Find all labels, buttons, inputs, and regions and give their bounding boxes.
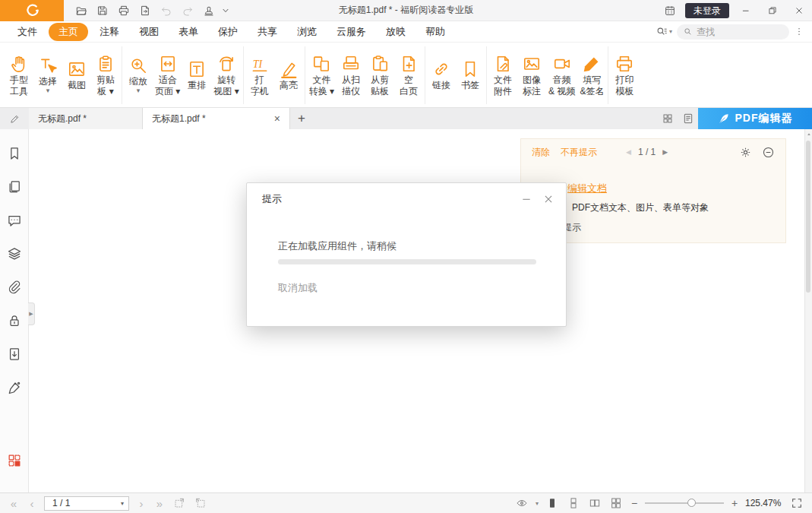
caret-down-button[interactable] xyxy=(220,2,231,19)
highlight-tool-button[interactable]: 高亮 xyxy=(274,57,303,93)
menu-item-browse[interactable]: 浏览 xyxy=(287,22,327,42)
snapshot-tool-button[interactable]: 截图 xyxy=(62,57,91,93)
sidebar-item-signature[interactable] xyxy=(7,380,22,395)
continuous-view-icon[interactable] xyxy=(566,496,581,510)
collapse-icon[interactable] xyxy=(762,146,775,159)
menu-item-file[interactable]: 文件 xyxy=(8,22,47,42)
scanner-tool-button[interactable]: 从扫描仪 xyxy=(336,52,365,99)
reflow-tool-button[interactable]: 重排 xyxy=(182,57,211,93)
zoom-slider[interactable] xyxy=(645,502,724,504)
hand-tool-button[interactable]: 手型工具 xyxy=(5,52,33,99)
tab-close-icon[interactable]: × xyxy=(274,113,280,124)
chevron-down-icon[interactable]: ▾ xyxy=(536,500,539,507)
facing-continuous-view-icon[interactable] xyxy=(608,496,624,510)
reading-mode-eye-icon[interactable] xyxy=(514,496,529,510)
sidebar-item-attachments[interactable] xyxy=(7,280,22,295)
next-view-icon[interactable] xyxy=(193,496,208,510)
dont-show-again-button[interactable]: 不再提示 xyxy=(561,146,597,159)
export-button[interactable] xyxy=(135,2,154,19)
scroll-up-icon[interactable] xyxy=(805,130,812,139)
gear-icon[interactable] xyxy=(739,146,752,159)
convert-tool-button[interactable]: 文件转换 ▾ xyxy=(307,52,336,99)
file-attach-tool-button[interactable]: 文件附件 xyxy=(488,52,517,99)
close-button[interactable] xyxy=(788,2,809,19)
next-tip-icon[interactable]: ▶ xyxy=(662,148,668,156)
scrollbar-thumb[interactable] xyxy=(806,141,810,293)
prev-page-button[interactable]: ‹ xyxy=(26,498,38,509)
menu-item-form[interactable]: 表单 xyxy=(169,22,208,42)
clear-button[interactable]: 清除 xyxy=(532,146,550,159)
print-button[interactable] xyxy=(114,2,133,19)
minimize-button[interactable] xyxy=(735,2,756,19)
facing-view-icon[interactable] xyxy=(587,496,602,510)
tab-grid-icon[interactable] xyxy=(657,108,678,129)
audio-video-tool-button[interactable]: 音频& 视频 xyxy=(546,52,577,99)
zoom-in-button[interactable]: + xyxy=(730,497,739,509)
menu-item-cloud[interactable]: 云服务 xyxy=(327,22,376,42)
zoom-out-button[interactable]: − xyxy=(630,497,639,509)
login-button[interactable]: 未登录 xyxy=(685,3,729,18)
more-options-icon[interactable] xyxy=(794,24,804,40)
ribbon-group-3: TI打字机高亮 xyxy=(244,46,305,104)
bookmark-tool-button[interactable]: 书签 xyxy=(456,57,485,93)
tab-untitled[interactable]: 无标题.pdf * xyxy=(29,108,143,129)
fullscreen-icon[interactable] xyxy=(789,496,804,510)
select-tool-button[interactable]: 选择▾ xyxy=(33,53,62,97)
sidebar-item-field-grid[interactable] xyxy=(7,453,22,468)
pdf-editor-button[interactable]: PDF编辑器 xyxy=(698,108,812,129)
single-page-view-icon[interactable] xyxy=(545,496,560,510)
prev-tip-icon[interactable]: ◀ xyxy=(626,148,631,156)
dialog-close-icon[interactable] xyxy=(543,194,554,204)
next-page-button[interactable]: › xyxy=(135,498,147,509)
edit-pencil-icon[interactable] xyxy=(0,108,29,129)
typewriter-tool-button[interactable]: TI打字机 xyxy=(245,52,274,99)
first-page-button[interactable]: « xyxy=(8,498,20,509)
sidebar-item-layers[interactable] xyxy=(7,246,22,261)
sidebar-item-export[interactable] xyxy=(7,347,22,362)
sidebar-item-bookmarks[interactable] xyxy=(7,146,22,161)
sidebar-item-pages[interactable] xyxy=(7,179,22,195)
blank-page-tool-button[interactable]: 空白页 xyxy=(394,52,423,99)
menubar-right: ▾ xyxy=(656,24,804,40)
menu-item-comment[interactable]: 注释 xyxy=(90,22,129,42)
vertical-scrollbar[interactable] xyxy=(804,129,812,492)
link-tool-button[interactable]: 链接 xyxy=(427,57,456,93)
fill-sign-tool-button[interactable]: 填写&签名 xyxy=(577,52,606,99)
search-box[interactable] xyxy=(677,24,789,40)
menu-item-home[interactable]: 主页 xyxy=(49,23,88,41)
advanced-find-button[interactable]: ▾ xyxy=(656,26,672,38)
menu-item-share[interactable]: 共享 xyxy=(248,22,287,42)
calendar-icon[interactable] xyxy=(660,2,679,19)
rotate-view-tool-button[interactable]: 旋转视图 ▾ xyxy=(211,52,241,99)
previous-view-icon[interactable] xyxy=(172,496,187,510)
new-tab-button[interactable]: + xyxy=(290,108,313,129)
sidebar-item-comments[interactable] xyxy=(7,213,22,228)
last-page-button[interactable]: » xyxy=(153,498,166,509)
menu-item-view[interactable]: 视图 xyxy=(129,22,169,42)
sidebar-expander[interactable]: ▶ xyxy=(28,302,35,325)
undo-button[interactable] xyxy=(156,2,175,19)
open-folder-button[interactable] xyxy=(71,2,90,19)
doc-list-icon[interactable] xyxy=(678,108,698,129)
page-number-box[interactable]: 1 / 1 ▾ xyxy=(44,496,129,511)
restore-button[interactable] xyxy=(762,2,782,19)
clipboard-tool-button[interactable]: 剪贴板 ▾ xyxy=(91,52,120,99)
tip-link-text[interactable]: 编辑文档 xyxy=(567,182,607,195)
tab-untitled1[interactable]: 无标题1.pdf * × xyxy=(143,108,290,129)
menu-item-protect[interactable]: 保护 xyxy=(208,22,248,42)
menu-item-slideshow[interactable]: 放映 xyxy=(376,22,415,42)
menu-item-help[interactable]: 帮助 xyxy=(415,22,455,42)
fit-page-tool-button[interactable]: 适合页面 ▾ xyxy=(153,52,182,99)
from-clipboard-tool-button[interactable]: 从剪贴板 xyxy=(365,52,394,99)
zoom-tool-button[interactable]: 缩放▾ xyxy=(124,53,153,97)
cancel-loading-button[interactable]: 取消加载 xyxy=(278,281,318,295)
search-input[interactable] xyxy=(697,27,776,37)
sidebar-item-security[interactable] xyxy=(7,313,22,328)
image-annot-tool-button[interactable]: 图像标注 xyxy=(517,52,546,99)
redo-button[interactable] xyxy=(178,2,197,19)
save-button[interactable] xyxy=(93,2,112,19)
zoom-slider-knob[interactable] xyxy=(687,499,696,507)
stamp-button[interactable] xyxy=(199,2,218,19)
dialog-minimize-icon[interactable] xyxy=(521,194,532,204)
print-template-tool-button[interactable]: 打印模板 xyxy=(610,52,639,99)
